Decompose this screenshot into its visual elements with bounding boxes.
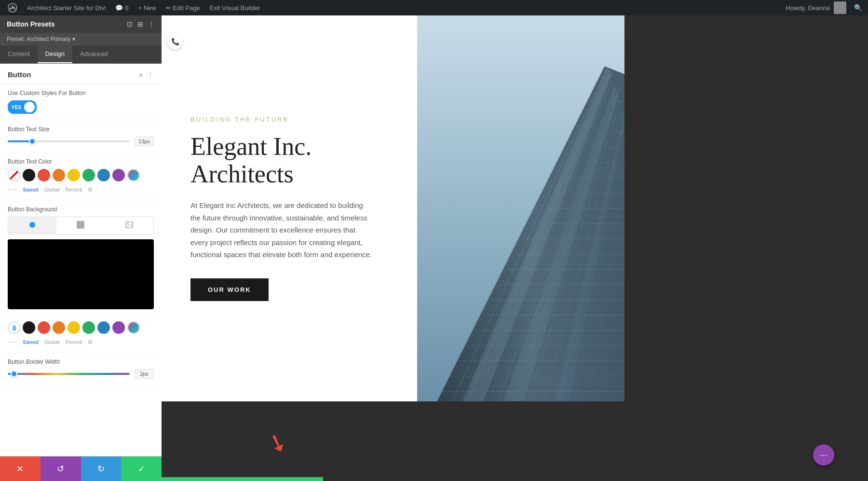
exit-visual-builder-link[interactable]: Exit Visual Builder	[206, 4, 264, 12]
text-color-label: Button Text Color	[8, 158, 154, 165]
bg-tab-gradient[interactable]	[56, 217, 105, 234]
bg-color-swatches-field: 💧 ··· Saved Global Recent ⚙	[0, 316, 162, 353]
swatch-green[interactable]	[82, 169, 95, 181]
text-color-field: Button Text Color ··· Saved Global	[0, 152, 162, 200]
more-icon[interactable]: ⋮	[148, 20, 155, 28]
bg-swatch-yellow[interactable]	[68, 321, 80, 334]
custom-styles-label: Use Custom Styles For Button	[8, 90, 154, 96]
bg-swatch-more-dots[interactable]: ···	[8, 338, 17, 346]
tab-advanced[interactable]: Advanced	[72, 45, 116, 63]
save-button[interactable]: ✓	[121, 456, 162, 481]
bg-label: Button Background	[8, 206, 154, 213]
bg-swatch-green[interactable]	[82, 321, 95, 334]
swatch-orange[interactable]	[53, 169, 65, 181]
user-avatar	[834, 1, 846, 14]
left-panel: Button Presets ⊡ ⊞ ⋮ Preset: Architect P…	[0, 15, 162, 481]
bg-field: Button Background	[0, 200, 162, 316]
preset-text: Preset: Architect Primary	[7, 36, 70, 42]
bg-swatch-black[interactable]	[23, 321, 35, 334]
tab-design[interactable]: Design	[38, 45, 72, 63]
border-width-label: Button Border Width	[8, 358, 154, 365]
tab-content[interactable]: Content	[0, 45, 38, 63]
right-content: BUILDING THE FUTURE Elegant Inc. Archite…	[162, 15, 868, 481]
swatch-purple[interactable]	[112, 169, 125, 181]
bottom-toolbar: ✕ ↺ ↻ ✓	[0, 456, 162, 481]
bg-swatch-recent[interactable]: Recent	[66, 339, 82, 345]
howdy-user: Howdy, Deanna	[786, 1, 846, 14]
custom-styles-field: Use Custom Styles For Button YES	[0, 84, 162, 120]
bg-swatch-blue[interactable]	[97, 321, 110, 334]
bg-swatch-dropper[interactable]: 💧	[8, 321, 20, 334]
admin-search-icon[interactable]: 🔍	[854, 4, 862, 12]
swatch-custom[interactable]	[127, 169, 140, 181]
site-name[interactable]: Architect Starter Site for Divi	[23, 4, 109, 12]
toggle-knob	[24, 102, 35, 112]
green-save-marker	[162, 477, 323, 481]
swatch-red[interactable]	[38, 169, 50, 181]
page-wrapper: BUILDING THE FUTURE Elegant Inc. Archite…	[162, 15, 624, 401]
howdy-text: Howdy, Deanna	[786, 4, 830, 12]
bg-swatch-purple[interactable]	[112, 321, 125, 334]
bg-color-preview[interactable]	[8, 239, 154, 309]
comment-icon: 💬	[115, 4, 123, 12]
swatch-saved[interactable]: Saved	[23, 187, 38, 192]
admin-bar: Architect Starter Site for Divi 💬 0 + Ne…	[0, 0, 868, 15]
text-color-swatches	[8, 169, 154, 181]
bg-swatch-global[interactable]: Global	[44, 339, 60, 345]
bg-swatch-footer: ··· Saved Global Recent ⚙	[8, 338, 154, 346]
history-button[interactable]: ↺	[41, 456, 81, 481]
bg-swatch-custom[interactable]	[127, 321, 140, 334]
border-width-field: Button Border Width 2px	[0, 353, 162, 385]
text-size-value[interactable]: 13px	[135, 137, 154, 146]
custom-styles-toggle[interactable]: YES	[8, 100, 37, 114]
text-size-thumb[interactable]	[29, 138, 36, 145]
layout-icon[interactable]: ⊞	[137, 20, 143, 28]
building-image	[417, 15, 624, 401]
swatch-transparent[interactable]	[8, 169, 20, 181]
panel-content: Button ∧ ⋮ Use Custom Styles For Button …	[0, 64, 162, 456]
bg-swatch-orange[interactable]	[53, 321, 65, 334]
comments-count: 0	[125, 4, 128, 12]
toggle-container: YES	[8, 100, 154, 114]
toggle-yes-label: YES	[12, 105, 21, 110]
swatch-global[interactable]: Global	[44, 187, 60, 192]
minimize-icon[interactable]: ⊡	[127, 20, 133, 28]
preset-label[interactable]: Preset: Architect Primary ▾	[0, 33, 162, 45]
swatch-blue[interactable]	[97, 169, 110, 181]
bg-swatch-red[interactable]	[38, 321, 50, 334]
wp-logo-icon[interactable]	[6, 1, 19, 14]
our-work-button[interactable]: OUR WORK	[190, 278, 269, 301]
border-width-slider-row: 2px	[8, 369, 154, 379]
swatch-more-dots[interactable]: ···	[8, 185, 17, 194]
collapse-icon[interactable]: ∧	[138, 71, 143, 79]
panel-tabs: Content Design Advanced	[0, 45, 162, 64]
swatch-recent[interactable]: Recent	[66, 187, 82, 192]
section-more-icon[interactable]: ⋮	[147, 71, 154, 79]
button-section-header: Button ∧ ⋮	[0, 64, 162, 84]
bg-tab-color[interactable]	[8, 217, 56, 234]
swatch-black[interactable]	[23, 169, 35, 181]
discard-button[interactable]: ✕	[0, 456, 41, 481]
page-eyebrow: BUILDING THE FUTURE	[190, 116, 388, 123]
swatch-gear-icon[interactable]: ⚙	[88, 187, 93, 193]
border-width-track	[8, 373, 130, 375]
redo-button[interactable]: ↻	[81, 456, 122, 481]
panel-header: Button Presets ⊡ ⊞ ⋮	[0, 15, 162, 33]
border-width-thumb[interactable]	[11, 371, 17, 377]
comments-link[interactable]: 💬 0	[111, 4, 132, 12]
bg-tab-image[interactable]	[105, 217, 153, 234]
divi-section-icon[interactable]: 📞	[167, 34, 183, 49]
new-link[interactable]: + New	[135, 4, 160, 12]
bg-swatch-gear-icon[interactable]: ⚙	[88, 339, 93, 345]
panel-header-icons: ⊡ ⊞ ⋮	[127, 20, 155, 28]
fab-dots-icon: ···	[820, 450, 827, 460]
bg-swatch-saved[interactable]: Saved	[23, 339, 38, 345]
purple-fab-button[interactable]: ···	[813, 444, 834, 466]
bg-color-swatches: 💧	[8, 321, 154, 334]
swatch-yellow[interactable]	[68, 169, 80, 181]
button-section-title: Button	[8, 70, 31, 79]
border-width-value[interactable]: 2px	[135, 369, 154, 379]
text-size-field: Button Text Size 13px	[0, 120, 162, 152]
bg-type-tabs	[8, 217, 154, 234]
edit-page-link[interactable]: ✏ Edit Page	[162, 4, 204, 12]
